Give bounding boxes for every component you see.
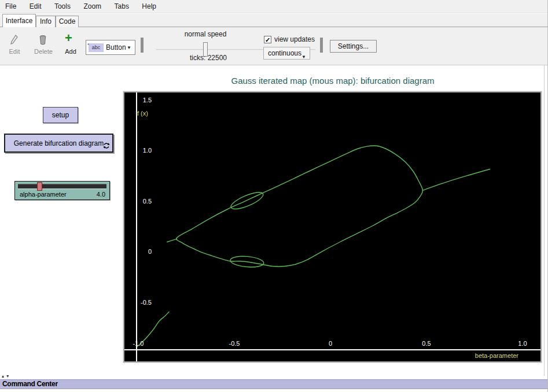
settings-button[interactable]: Settings... bbox=[330, 40, 377, 53]
setup-button[interactable]: setup bbox=[43, 107, 78, 123]
command-center-title: Command Center bbox=[0, 380, 548, 389]
plot-curves bbox=[124, 93, 540, 361]
menu-tools[interactable]: Tools bbox=[49, 0, 76, 13]
app-window: File Edit Tools Zoom Tabs Help Interface… bbox=[0, 0, 548, 392]
splitter-arrows-icon[interactable]: ▴ ▾ bbox=[2, 373, 9, 379]
canvas-right-edge bbox=[544, 65, 545, 376]
menu-bar: File Edit Tools Zoom Tabs Help bbox=[0, 0, 548, 13]
toolbar: Edit Delete + Add *abc Button ▼ normal s… bbox=[0, 27, 548, 65]
forever-loop-icon bbox=[103, 142, 110, 149]
edit-tool-label[interactable]: Edit bbox=[3, 48, 25, 55]
tab-interface[interactable]: Interface bbox=[2, 14, 36, 27]
y-axis-title: f (x) bbox=[137, 110, 148, 117]
tab-code[interactable]: Code bbox=[56, 16, 79, 27]
generate-bifurcation-button[interactable]: Generate bifurcation diagram bbox=[4, 134, 113, 153]
bifurcation-plot[interactable]: f (x) beta-parameter 1.51.00.50-0.5 -1.0… bbox=[123, 91, 542, 363]
add-tool-label[interactable]: Add bbox=[60, 48, 81, 55]
speed-slider-label: normal speed bbox=[171, 30, 240, 38]
delete-trash-icon[interactable] bbox=[38, 34, 47, 46]
widget-abc-icon: *abc bbox=[89, 43, 104, 52]
slider-handle[interactable] bbox=[37, 182, 42, 191]
curve-mouse-body-loop bbox=[176, 146, 423, 267]
delete-tool-label[interactable]: Delete bbox=[30, 48, 57, 55]
y-tick-1.5: 1.5 bbox=[124, 97, 152, 103]
curve-upper-ear bbox=[229, 189, 265, 212]
x-tick--1.0: -1.0 bbox=[127, 340, 150, 347]
x-tick-0: 0 bbox=[319, 340, 342, 347]
slider-track[interactable] bbox=[18, 184, 106, 189]
view-updates-label: view updates bbox=[274, 35, 315, 43]
curve-tail bbox=[422, 169, 490, 191]
widget-dropdown-value: Button bbox=[106, 43, 126, 51]
y-tick-1.0: 1.0 bbox=[124, 147, 152, 154]
y-tick-0: 0 bbox=[124, 248, 152, 255]
slider-value: 4.0 bbox=[97, 191, 105, 198]
command-center-bar[interactable]: Command Center bbox=[0, 379, 548, 389]
y-tick-0.5: 0.5 bbox=[124, 198, 152, 205]
toolbar-separator bbox=[141, 38, 144, 53]
plot-title: Gauss iterated map (mous map): bifurcati… bbox=[145, 76, 521, 86]
slider-label: alpha-parameter bbox=[20, 191, 67, 198]
interface-canvas: Gauss iterated map (mous map): bifurcati… bbox=[0, 65, 548, 376]
chevron-down-icon: ▼ bbox=[127, 45, 131, 50]
x-tick-1.0: 1.0 bbox=[511, 340, 534, 347]
menu-edit[interactable]: Edit bbox=[24, 0, 47, 13]
update-mode-dropdown[interactable]: continuous ▼ bbox=[263, 47, 310, 60]
tab-strip: Interface Info Code bbox=[0, 14, 548, 27]
alpha-parameter-slider[interactable]: alpha-parameter 4.0 bbox=[14, 181, 110, 200]
ticks-counter: ticks: 22500 bbox=[171, 54, 246, 62]
x-tick-0.5: 0.5 bbox=[415, 340, 438, 347]
toolbar-separator bbox=[320, 38, 323, 53]
y-axis-line bbox=[136, 93, 137, 361]
update-mode-value: continuous bbox=[268, 49, 301, 57]
generate-button-label: Generate bifurcation diagram bbox=[14, 139, 104, 147]
menu-tabs[interactable]: Tabs bbox=[109, 0, 134, 13]
view-updates-checkbox[interactable]: ✓ bbox=[264, 36, 271, 43]
x-axis-title: beta-parameter bbox=[475, 352, 518, 359]
x-axis-line bbox=[124, 349, 540, 350]
y-tick--0.5: -0.5 bbox=[124, 299, 152, 306]
x-tick--0.5: -0.5 bbox=[223, 340, 246, 347]
widget-type-dropdown[interactable]: *abc Button ▼ bbox=[86, 40, 135, 55]
menu-help[interactable]: Help bbox=[137, 0, 161, 13]
add-plus-icon[interactable]: + bbox=[65, 31, 72, 46]
tab-info[interactable]: Info bbox=[36, 16, 56, 27]
curve-left-whisker bbox=[167, 239, 177, 242]
edit-pencil-icon[interactable] bbox=[9, 34, 19, 46]
menu-file[interactable]: File bbox=[0, 0, 21, 13]
chevron-down-icon: ▼ bbox=[301, 51, 306, 63]
menu-zoom[interactable]: Zoom bbox=[78, 0, 106, 13]
